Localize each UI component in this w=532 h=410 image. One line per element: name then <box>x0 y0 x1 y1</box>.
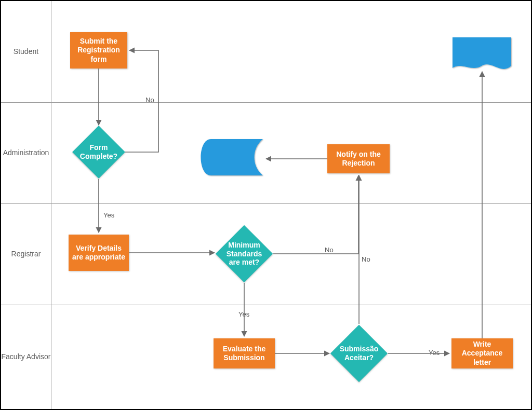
swimlane-flowchart: Student Administration Registrar Faculty… <box>0 0 532 410</box>
decision-form-complete: Form Complete? <box>80 133 117 171</box>
process-evaluate-submission: Evaluate the Submission <box>214 338 275 368</box>
decision-label: Form Complete? <box>80 143 117 161</box>
edge-label-yes: Yes <box>429 349 440 357</box>
lane-label-student: Student <box>1 1 51 102</box>
lane-label-administration: Administration <box>1 102 51 203</box>
lane-divider <box>1 305 531 305</box>
edge-label-no: No <box>362 255 370 263</box>
edge-label-yes: Yes <box>103 211 114 219</box>
process-write-acceptance: Write Acceptance letter <box>451 338 513 368</box>
doc-label: Student Personal File <box>204 141 263 173</box>
lane-header-divider <box>51 1 51 409</box>
decision-label: Submissão Aceitar? <box>339 345 379 362</box>
process-submit-registration: Submit the Registration form <box>70 32 127 69</box>
edge-label-no: No <box>145 96 154 104</box>
lane-divider <box>1 203 531 204</box>
edge-label-no: No <box>325 246 334 254</box>
decision-minimum-standards: Minimum Standards are met? <box>224 234 264 274</box>
edge-label-yes: Yes <box>238 310 249 318</box>
process-verify-details: Verify Details are appropriate <box>69 235 129 271</box>
doc-label: Acceptance Letter <box>453 37 511 69</box>
document-student-personal-file: Student Personal File <box>204 141 263 173</box>
lane-label-faculty: Faculty Advisor <box>1 305 51 409</box>
decision-label: Minimum Standards are met? <box>224 241 264 267</box>
lane-divider <box>1 102 531 103</box>
decision-submission-accept: Submissão Aceitar? <box>339 333 379 374</box>
process-notify-rejection: Notify on the Rejection <box>327 144 390 173</box>
lane-label-registrar: Registrar <box>1 203 51 305</box>
document-acceptance-letter: Acceptance Letter <box>453 37 511 69</box>
